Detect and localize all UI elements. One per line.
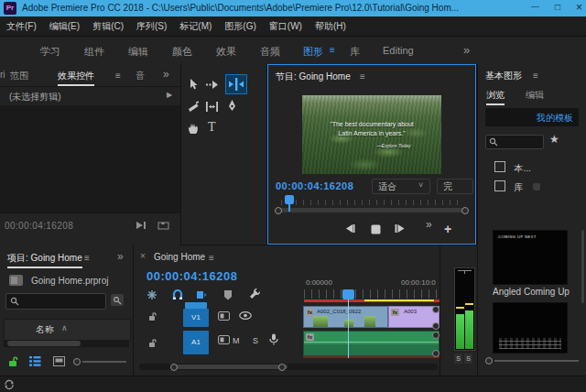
expand-arrow-icon[interactable]: ▶ <box>167 91 172 99</box>
workspace-overflow-icon[interactable]: » <box>463 43 470 57</box>
essential-graphics-scrollbar[interactable] <box>581 230 584 303</box>
linked-selection-icon[interactable] <box>196 289 208 300</box>
meter-solo-right-button[interactable]: S <box>464 354 472 364</box>
scrubber-right-handle[interactable] <box>461 207 469 214</box>
browse-tab[interactable]: 浏览 <box>486 89 505 105</box>
v1-toggle-output-eye-icon[interactable] <box>239 311 252 320</box>
hand-tool-icon[interactable] <box>187 121 200 135</box>
template-1-label[interactable]: Angled Coming Up <box>493 287 581 297</box>
a1-track-button[interactable]: A1 <box>183 331 209 354</box>
essential-graphics-menu-icon[interactable]: ≡ <box>533 71 538 81</box>
a1-lock-icon[interactable] <box>148 338 157 348</box>
selection-tool-icon[interactable] <box>188 78 200 91</box>
template-1-thumbnail[interactable]: COMING UP NEXT <box>493 230 568 285</box>
meter-solo-left-button[interactable]: S <box>454 354 462 364</box>
a1-audio-clip[interactable]: fx <box>303 331 440 356</box>
menu-window[interactable]: 窗口(W) <box>269 20 302 33</box>
workspace-tab-editing-cn[interactable]: 编辑 <box>128 45 148 59</box>
panel-group-overflow-icon[interactable]: » <box>163 68 169 81</box>
edit-tab[interactable]: 编辑 <box>526 89 544 102</box>
pen-tool-icon[interactable] <box>226 99 238 113</box>
project-hscrollbar-track[interactable] <box>4 340 129 347</box>
workspace-tab-graphics[interactable]: 图形 <box>303 45 323 59</box>
resolution-select[interactable]: 完 <box>437 179 473 194</box>
timeline-playhead-handle[interactable] <box>342 289 354 299</box>
new-search-bin-button[interactable] <box>111 294 124 306</box>
template-zoom-track[interactable] <box>494 360 579 362</box>
zoom-level-select[interactable]: 适合 ˅ <box>372 179 430 194</box>
a1-solo-button[interactable]: S <box>253 336 258 345</box>
workspace-tab-assembly[interactable]: 组件 <box>84 45 104 59</box>
timeline-ruler[interactable] <box>304 289 440 299</box>
transport-overflow-icon[interactable]: » <box>426 218 432 231</box>
workspace-tab-editing[interactable]: Editing <box>383 45 414 56</box>
menu-help[interactable]: 帮助(H) <box>315 20 346 33</box>
v1-clip-a002[interactable]: fx A002_C018_0922 <box>303 306 388 328</box>
v1-track-button[interactable]: V1 <box>183 309 209 327</box>
track-select-forward-tool-icon[interactable] <box>205 80 219 90</box>
name-column-header[interactable]: 名称 ∧ <box>4 319 131 341</box>
timeline-hscrollbar-track[interactable] <box>139 364 438 370</box>
workspace-tab-effects[interactable]: 效果 <box>216 45 236 59</box>
track-resize-dot[interactable] <box>432 332 440 339</box>
lumetri-scopes-tab-clipped[interactable]: ri <box>0 70 5 80</box>
workspace-tab-libraries[interactable]: 库 <box>350 45 360 59</box>
export-frame-icon[interactable] <box>157 221 169 230</box>
template-2-thumbnail[interactable] <box>493 302 568 354</box>
step-forward-button[interactable] <box>395 223 407 234</box>
snap-magnet-icon[interactable] <box>172 289 183 300</box>
program-scrubber-track[interactable] <box>277 208 466 212</box>
close-button[interactable]: × <box>576 1 582 14</box>
effect-controls-menu-icon[interactable]: ≡ <box>115 71 121 81</box>
scrollbar-right-handle[interactable] <box>278 364 286 371</box>
v1-source-patch[interactable] <box>185 302 207 309</box>
ripple-edit-tool-icon[interactable] <box>225 74 247 94</box>
menu-graphics[interactable]: 图形(G) <box>224 20 255 33</box>
play-button[interactable] <box>371 224 381 234</box>
maximize-button[interactable]: □ <box>555 2 560 12</box>
icon-view-button[interactable] <box>53 356 65 366</box>
favorites-star-icon[interactable]: ★ <box>549 133 559 146</box>
lumetri-scopes-tab[interactable]: 范围 <box>10 70 28 82</box>
scrollbar-left-handle[interactable] <box>170 364 178 371</box>
project-zoom-handle[interactable] <box>73 358 81 365</box>
timeline-timecode[interactable]: 00:00:04:16208 <box>146 269 238 283</box>
timeline-tab-close-icon[interactable]: × <box>140 251 146 261</box>
step-back-button[interactable] <box>343 223 355 234</box>
menu-marker[interactable]: 标记(M) <box>179 20 212 33</box>
workspace-tab-audio[interactable]: 音频 <box>260 45 280 59</box>
project-search-input[interactable] <box>5 293 106 310</box>
workspace-graphics-menu-icon[interactable]: ≡ <box>330 45 335 55</box>
program-monitor-menu-icon[interactable]: ≡ <box>360 71 365 82</box>
project-panel-menu-icon[interactable]: ≡ <box>84 253 90 263</box>
track-resize-dot[interactable] <box>432 322 440 330</box>
minimize-button[interactable]: — <box>531 2 539 11</box>
track-resize-dot[interactable] <box>432 350 440 357</box>
template-zoom-handle[interactable] <box>485 357 493 365</box>
project-hscrollbar-handle[interactable] <box>7 341 81 346</box>
list-view-button[interactable] <box>29 356 41 366</box>
essential-graphics-tab[interactable]: 基本图形 <box>485 70 522 84</box>
my-templates-dropdown[interactable]: 我的模板 <box>485 108 579 126</box>
program-monitor-tab[interactable]: 节目: Going Home <box>276 71 351 85</box>
filter-local-row[interactable]: 本... <box>494 158 531 175</box>
timeline-settings-wrench-icon[interactable] <box>249 288 261 299</box>
scrubber-left-handle[interactable] <box>275 207 282 214</box>
add-button-icon[interactable]: + <box>444 222 451 236</box>
local-checkbox[interactable] <box>494 161 505 172</box>
program-timecode[interactable]: 00:00:04:16208 <box>276 180 353 191</box>
effect-controls-tab[interactable]: 效果控件 <box>58 70 94 86</box>
add-marker-icon[interactable] <box>223 289 233 300</box>
type-tool-icon[interactable]: T <box>208 120 216 135</box>
timeline-menu-icon[interactable]: ≡ <box>209 253 214 263</box>
project-zoom-track[interactable] <box>82 361 126 363</box>
menu-sequence[interactable]: 序列(S) <box>136 20 167 33</box>
timeline-tab[interactable]: Going Home <box>154 252 205 262</box>
program-playhead-marker[interactable] <box>285 195 294 204</box>
a1-mute-button[interactable]: M <box>233 336 240 345</box>
a1-sync-lock-icon[interactable] <box>218 335 230 344</box>
filter-library-row[interactable]: 库 <box>494 178 540 194</box>
nest-insert-toggle-icon[interactable] <box>146 289 157 300</box>
timeline-hscrollbar-handle[interactable] <box>174 365 288 369</box>
project-panel-overflow-icon[interactable]: » <box>117 250 124 263</box>
